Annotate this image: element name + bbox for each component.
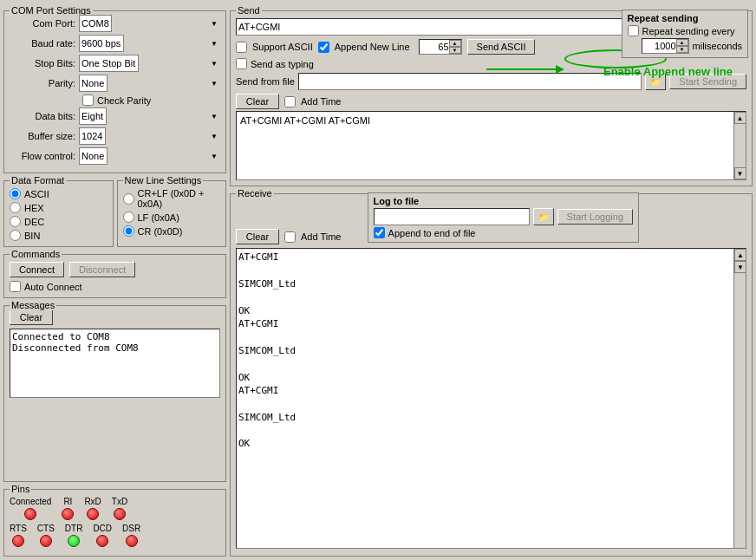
send-as-typing-checkbox[interactable] (236, 58, 247, 69)
connected-pin-label: Connected (10, 497, 51, 506)
parity-label: Parity: (10, 78, 79, 88)
data-format-group: ASCII HEX DEC BIN (10, 188, 108, 241)
receive-add-time-label: Add Time (301, 231, 341, 242)
repeat-every-label: Repeat sending every (642, 26, 735, 36)
cr-label: CR (0x0D) (138, 226, 183, 237)
append-new-line-checkbox[interactable] (318, 42, 329, 53)
connect-button[interactable]: Connect (10, 262, 64, 277)
log-file-browse-button[interactable]: 📁 (533, 208, 554, 225)
send-title: Send (236, 5, 262, 16)
append-to-end-checkbox[interactable] (374, 227, 385, 238)
check-parity-label: Check Parity (97, 95, 151, 106)
send-file-browse-button[interactable]: 📁 (645, 73, 666, 90)
receive-add-time-checkbox[interactable] (284, 231, 296, 243)
ascii-down-arrow[interactable]: ▼ (449, 47, 461, 54)
repeat-up-arrow[interactable]: ▲ (676, 39, 688, 46)
ri-pin-label: RI (63, 497, 72, 506)
bin-radio[interactable] (10, 230, 21, 241)
stop-bits-select[interactable]: One Stop Bit (79, 55, 139, 72)
txd-pin-light (114, 508, 126, 520)
baud-rate-select[interactable]: 9600 bps (79, 35, 124, 52)
cts-pin-label: CTS (37, 524, 55, 533)
new-line-title: New Line Settings (123, 175, 204, 186)
ascii-up-arrow[interactable]: ▲ (449, 40, 461, 47)
check-parity-checkbox[interactable] (82, 94, 94, 106)
dec-radio[interactable] (10, 216, 21, 227)
flow-control-label: Flow control: (10, 151, 79, 161)
dcd-pin-light (96, 535, 108, 547)
auto-connect-checkbox[interactable] (10, 281, 21, 292)
buffer-size-label: Buffer size: (10, 131, 79, 141)
new-line-group: CR+LF (0x0D + 0x0A) LF (0x0A) CR (0x0D) (123, 188, 221, 237)
append-new-line-label: Append New Line (335, 42, 410, 52)
send-scrollbar[interactable]: ▲ ▼ (733, 112, 746, 179)
txd-pin-label: TxD (112, 497, 127, 506)
ri-pin-light (62, 508, 74, 520)
pins-title: Pins (10, 484, 31, 494)
messages-clear-button[interactable]: Clear (10, 309, 53, 325)
send-scroll-up[interactable]: ▲ (734, 112, 746, 124)
bin-label: BIN (24, 231, 40, 241)
dtr-pin-light (68, 535, 80, 547)
messages-log: Connected to COM8 Disconnected from COM8 (10, 329, 220, 398)
receive-clear-button[interactable]: Clear (236, 229, 279, 244)
start-logging-button[interactable]: Start Logging (557, 209, 633, 225)
send-clear-button[interactable]: Clear (236, 94, 279, 109)
connected-pin-light (24, 508, 36, 520)
data-bits-label: Data bits: (10, 111, 79, 121)
crlf-radio[interactable] (123, 193, 134, 205)
dsr-pin-light (126, 535, 138, 547)
repeat-down-arrow[interactable]: ▼ (676, 46, 688, 53)
hex-radio[interactable] (10, 202, 21, 213)
send-scroll-down[interactable]: ▼ (734, 167, 746, 179)
hex-label: HEX (24, 203, 44, 213)
repeat-every-checkbox[interactable] (628, 25, 639, 36)
send-log-area: AT+CGMI AT+CGMI AT+CGMI ▲ ▼ (236, 111, 746, 180)
baud-rate-label: Baud rate: (10, 38, 79, 49)
messages-title: Messages (10, 300, 56, 310)
receive-scroll-down[interactable]: ▼ (734, 261, 746, 273)
send-file-path-input[interactable] (298, 73, 642, 90)
rts-pin-light (12, 535, 24, 547)
com-port-label: Com Port: (10, 18, 79, 29)
lf-label: LF (0x0A) (138, 212, 179, 223)
log-file-title: Log to file (374, 196, 633, 206)
send-add-time-label: Add Time (301, 96, 341, 107)
receive-log-text: AT+CGMI SIMCOM_Ltd OK AT+CGMI SIMCOM_Ltd… (237, 249, 733, 548)
support-ascii-checkbox[interactable] (236, 42, 247, 53)
send-ascii-button[interactable]: Send ASCII (467, 39, 536, 55)
flow-control-select[interactable]: None (79, 147, 108, 165)
dsr-pin-label: DSR (122, 524, 140, 533)
dcd-pin-label: DCD (93, 524, 112, 533)
log-file-path-input[interactable] (374, 208, 530, 225)
cts-pin-light (40, 535, 52, 547)
auto-connect-label: Auto Connect (24, 282, 82, 292)
repeat-sending-title: Repeat sending (628, 13, 742, 23)
start-sending-button[interactable]: Start Sending (669, 74, 746, 89)
receive-scrollbar[interactable]: ▲ ▼ (733, 249, 746, 548)
crlf-label: CR+LF (0x0D + 0x0A) (138, 188, 221, 209)
data-bits-select[interactable]: Eight (79, 107, 107, 125)
disconnect-button[interactable]: Disconnect (69, 262, 135, 277)
ascii-radio[interactable] (10, 188, 21, 199)
receive-scroll-up[interactable]: ▲ (734, 249, 746, 261)
buffer-size-select[interactable]: 1024 (79, 127, 106, 145)
rts-pin-label: RTS (10, 524, 27, 533)
send-from-file-label: Send from file (236, 76, 295, 87)
data-format-title: Data Format (10, 175, 66, 186)
send-as-typing-label: Send as typing (251, 59, 314, 69)
parity-select[interactable]: None (79, 75, 108, 92)
rxd-pin-light (87, 508, 99, 520)
commands-title: Commands (10, 249, 62, 259)
stop-bits-label: Stop Bits: (10, 58, 79, 68)
dtr-pin-label: DTR (65, 524, 83, 533)
receive-title: Receive (236, 188, 274, 199)
lf-radio[interactable] (123, 212, 134, 223)
cr-radio[interactable] (123, 225, 134, 237)
ascii-label: ASCII (24, 189, 49, 199)
rxd-pin-label: RxD (84, 497, 101, 506)
send-log-text: AT+CGMI AT+CGMI AT+CGMI (238, 114, 732, 178)
miliseconds-label: miliseconds (693, 41, 742, 51)
send-add-time-checkbox[interactable] (284, 96, 296, 107)
com-port-select[interactable]: COM8 (79, 15, 112, 32)
